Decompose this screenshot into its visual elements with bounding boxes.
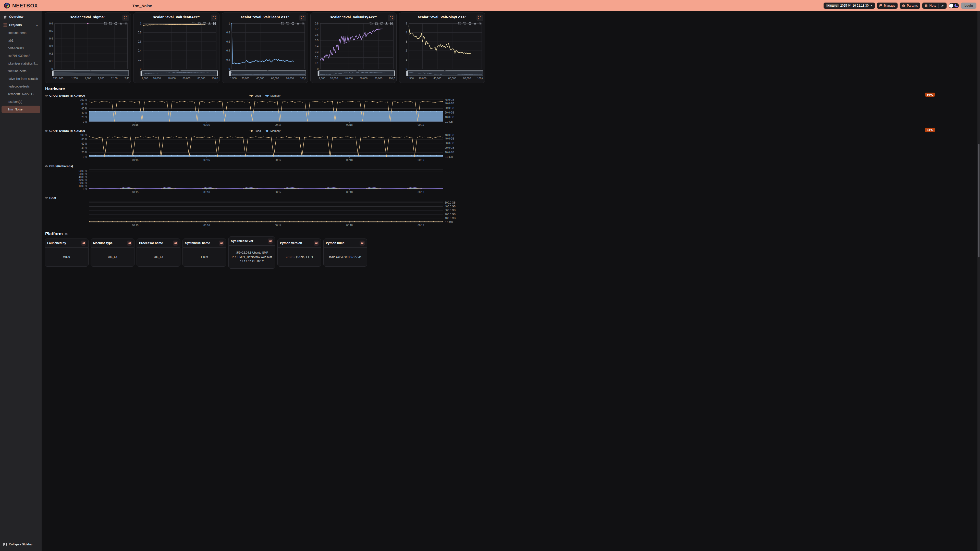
sidebar-item-project[interactable]: csc791-030 lab2 [0, 52, 41, 60]
scalar-panel: scalar "eval_sigma"00.10.20.30.40.50.675… [45, 13, 131, 83]
data-view-icon[interactable] [124, 22, 127, 25]
zoom-icon[interactable] [192, 22, 196, 25]
datazoom-slider[interactable] [142, 71, 218, 76]
svg-text:00:19: 00:19 [418, 159, 424, 162]
download-icon[interactable] [385, 22, 388, 25]
fullscreen-button[interactable] [299, 14, 306, 21]
sidebar-item-project[interactable]: finetune-berts [0, 67, 41, 75]
copy-button[interactable] [127, 241, 132, 246]
sidebar-item-projects[interactable]: Projects ▲ [0, 21, 41, 29]
refresh-icon[interactable] [380, 22, 383, 25]
refresh-icon[interactable] [114, 22, 118, 25]
zoom-reset-icon[interactable] [109, 22, 112, 25]
code-icon: </> [45, 129, 48, 132]
scalar-chart-canvas[interactable]: 00.20.40.60.811,50020,00040,00060,00080,… [135, 21, 218, 80]
svg-text:4000 %: 4000 % [79, 176, 87, 179]
scalar-chart-canvas[interactable]: 0123451,50020,00040,00060,00080,000100,0… [401, 21, 484, 80]
platform-card-label: Sys release ver [231, 239, 253, 243]
copy-button[interactable] [219, 241, 224, 246]
svg-text:500.0 GB: 500.0 GB [445, 201, 456, 204]
brand-name: NEETBOX [12, 3, 38, 9]
svg-text:0 %: 0 % [83, 188, 87, 191]
platform-card-label: Machine type [93, 241, 113, 245]
sidebar-item-project[interactable]: lab1 [0, 37, 41, 44]
datazoom-handle-left[interactable] [318, 71, 319, 76]
svg-text:80 %: 80 % [81, 103, 87, 106]
datazoom-handle-right[interactable] [129, 71, 129, 76]
datazoom-handle-left[interactable] [229, 71, 231, 76]
refresh-icon[interactable] [291, 22, 294, 25]
sidebar-item-project[interactable]: finetune-berts [0, 29, 41, 37]
legend-item[interactable]: Load [249, 129, 261, 132]
zoom-icon[interactable] [458, 22, 461, 25]
download-icon[interactable] [119, 22, 123, 25]
sidebar-item-project[interactable]: Trm_Noise [2, 106, 40, 113]
gpu-chart-canvas[interactable]: 0 %20 %40 %60 %80 %100 %0.0 GB10.0 GB20.… [45, 133, 485, 162]
sidebar-item-project[interactable]: bert-conll03 [0, 44, 41, 52]
copy-button[interactable] [81, 241, 86, 246]
zoom-icon[interactable] [281, 22, 284, 25]
fullscreen-button[interactable] [122, 14, 129, 21]
sidebar-item-project[interactable]: tokenizer statistics llama... [0, 60, 41, 67]
svg-text:0.6: 0.6 [315, 33, 318, 36]
datazoom-handle-left[interactable] [52, 71, 54, 76]
refresh-icon[interactable] [203, 22, 206, 25]
datazoom-handle-left[interactable] [406, 71, 408, 76]
scalar-panel: scalar "eval_ValCleanLoss"00.20.40.60.81… [222, 13, 308, 83]
scalar-chart-canvas[interactable]: 00.20.40.60.811,50020,00040,00060,00080,… [224, 21, 306, 80]
svg-text:0: 0 [406, 68, 407, 70]
svg-text:60 %: 60 % [81, 107, 87, 110]
data-view-icon[interactable] [479, 22, 482, 25]
ram-chart-canvas[interactable]: 0.0 GB100.0 GB200.0 GB300.0 GB400.0 GB50… [45, 200, 485, 227]
zoom-reset-icon[interactable] [463, 22, 466, 25]
datazoom-handle-right[interactable] [394, 71, 395, 76]
data-view-icon[interactable] [301, 22, 305, 25]
datazoom-slider[interactable] [319, 71, 395, 76]
platform-card-value: xlu29 [45, 248, 88, 266]
copy-button[interactable] [313, 241, 319, 246]
download-icon[interactable] [296, 22, 300, 25]
datazoom-handle-right[interactable] [306, 71, 306, 76]
cpu-chart-canvas[interactable]: 0 %1000 %2000 %3000 %4000 %5000 %6000 %0… [45, 168, 485, 194]
zoom-icon[interactable] [369, 22, 373, 25]
gpu-chart-canvas[interactable]: 0 %20 %40 %60 %80 %100 %0.0 GB10.0 GB20.… [45, 98, 485, 127]
scalar-chart-canvas[interactable]: 00.10.20.30.40.50.67509001,2001,5001,800… [47, 21, 129, 80]
legend-item[interactable]: Memory [265, 94, 280, 97]
data-view-icon[interactable] [390, 22, 393, 25]
svg-text:400.0 GB: 400.0 GB [445, 205, 456, 208]
sidebar-item-project[interactable]: Terahertz_No22_Gl261_gl... [0, 90, 41, 98]
zoom-reset-icon[interactable] [375, 22, 378, 25]
zoom-icon[interactable] [104, 22, 107, 25]
platform-card-label: System/OS name [185, 241, 210, 245]
zoom-reset-icon[interactable] [197, 22, 201, 25]
sidebar-item-project[interactable]: hedecoder-tests [0, 83, 41, 90]
svg-text:200.0 GB: 200.0 GB [445, 213, 456, 216]
svg-text:0.2: 0.2 [138, 59, 142, 61]
datazoom-handle-right[interactable] [217, 71, 218, 76]
svg-text:3000 %: 3000 % [79, 179, 87, 181]
svg-text:20.0 GB: 20.0 GB [445, 111, 454, 114]
svg-text:0: 0 [51, 68, 53, 70]
sidebar-item-project[interactable]: test bert(s) [0, 98, 41, 106]
download-icon[interactable] [208, 22, 211, 25]
sidebar-item-project[interactable]: naive-llm-from-scratch [0, 75, 41, 83]
zoom-reset-icon[interactable] [286, 22, 290, 25]
scalar-chart-canvas[interactable]: 00.10.20.30.40.50.60.70.81,50020,00040,0… [313, 21, 395, 80]
refresh-icon[interactable] [468, 22, 472, 25]
svg-text:40.0 GB: 40.0 GB [445, 137, 454, 140]
datazoom-handle-right[interactable] [483, 71, 484, 76]
legend-item[interactable]: Memory [265, 129, 280, 132]
legend-item[interactable]: Load [249, 94, 261, 97]
fullscreen-button[interactable] [388, 14, 395, 21]
fullscreen-button[interactable] [476, 14, 483, 21]
datazoom-slider[interactable] [230, 71, 306, 76]
datazoom-handle-left[interactable] [141, 71, 142, 76]
sidebar-item-overview[interactable]: Overview [0, 13, 41, 21]
platform-card-header: System/OS name [183, 239, 226, 248]
data-view-icon[interactable] [213, 22, 216, 25]
fullscreen-button[interactable] [211, 14, 218, 21]
copy-button[interactable] [268, 238, 273, 244]
download-icon[interactable] [473, 22, 477, 25]
copy-button[interactable] [173, 241, 178, 246]
copy-button[interactable] [360, 241, 365, 246]
